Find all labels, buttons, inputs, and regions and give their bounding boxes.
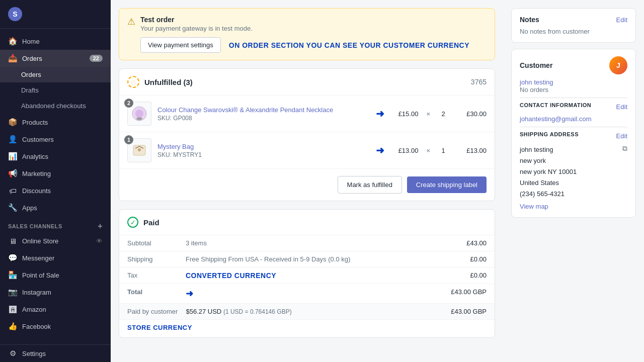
price-arrow-1: ➜ (376, 108, 384, 120)
sidebar-item-abandoned-sub[interactable]: Abandoned checkouts (0, 98, 111, 114)
sidebar-item-discounts-label: Discounts (22, 187, 51, 195)
line-item-1: 2 Colour Change Swarovski® & Alexandrite… (119, 96, 495, 132)
view-map-link[interactable]: View map (520, 203, 627, 210)
sidebar-item-instagram[interactable]: 📷 Instagram (0, 284, 111, 301)
subtotal-desc: 3 items (178, 239, 451, 247)
sidebar-item-orders-sub[interactable]: Orders (0, 67, 111, 82)
notes-title: Notes (520, 16, 539, 24)
facebook-icon: 👍 (8, 322, 17, 331)
test-order-banner: ⚠ Test order Your payment gateway is in … (119, 8, 495, 60)
content-area: ⚠ Test order Your payment gateway is in … (111, 0, 644, 362)
item-2-unit-price: £13.00 (390, 147, 418, 154)
paid-title: Paid (143, 218, 159, 227)
item-1-name[interactable]: Colour Change Swarovski® & Alexandrite P… (157, 106, 370, 114)
svg-point-4 (138, 148, 141, 151)
customer-card: Customer J john testing No orders CONTAC… (511, 49, 636, 218)
sidebar-item-orders-label: Orders (22, 55, 42, 62)
sidebar-item-pos[interactable]: 🏪 Point of Sale (0, 266, 111, 284)
sidebar-settings-label: Settings (22, 350, 46, 357)
eye-icon[interactable]: 👁 (96, 237, 103, 245)
marketing-icon: 📢 (8, 169, 17, 178)
subtotal-label: Subtotal (127, 239, 178, 247)
sidebar-item-products[interactable]: 📦 Products (0, 114, 111, 131)
sidebar-item-analytics[interactable]: 📊 Analytics (0, 148, 111, 165)
sidebar-item-marketing[interactable]: 📢 Marketing (0, 165, 111, 182)
sidebar-channel-pos-label: Point of Sale (22, 272, 59, 279)
item-2-multiplier: × (426, 147, 430, 154)
item-2-img-wrap: 1 (127, 138, 151, 162)
sidebar-item-settings[interactable]: ⚙ Settings (0, 344, 111, 362)
sidebar-item-discounts[interactable]: 🏷 Discounts (0, 182, 111, 199)
mark-fulfilled-button[interactable]: Mark as fulfilled (338, 176, 402, 194)
item-2-qty-badge: 1 (124, 135, 133, 144)
sidebar-item-drafts-sub[interactable]: Drafts (0, 82, 111, 98)
item-2-details: Mystery Bag SKU: MYSTRY1 (157, 143, 370, 158)
shipping-address-row: john testing new york new york NY 10001 … (520, 144, 627, 200)
sidebar-item-apps-label: Apps (22, 204, 37, 212)
total-arrow: ➜ (186, 288, 193, 299)
item-1-sku: SKU: GP008 (157, 115, 370, 122)
products-icon: 📦 (8, 118, 17, 127)
customer-title: Customer (520, 61, 552, 69)
instagram-icon: 📷 (8, 288, 17, 297)
paid-by-row: Paid by customer $56.27 USD (1 USD = 0.7… (119, 304, 495, 320)
contact-edit-button[interactable]: Edit (616, 103, 627, 111)
sidebar-item-customers-label: Customers (22, 136, 54, 143)
pos-icon: 🏪 (8, 270, 17, 280)
shipping-label: Shipping (127, 255, 178, 263)
sidebar-item-orders[interactable]: 📥 Orders 22 (0, 50, 111, 67)
summary-total: Total ➜ £43.00 GBP (119, 284, 495, 304)
messenger-icon: 💬 (8, 253, 17, 262)
warning-icon: ⚠ (127, 16, 135, 27)
address-line2: new york NY 10001 (520, 166, 577, 177)
summary-shipping: Shipping Free Shipping From USA - Receiv… (119, 251, 495, 267)
sidebar-item-customers[interactable]: 👤 Customers (0, 131, 111, 148)
sidebar-channel-amazon-label: Amazon (22, 306, 46, 313)
customer-email[interactable]: johantesting@gmail.com (520, 115, 627, 123)
sidebar-item-amazon[interactable]: 🅰 Amazon (0, 301, 111, 318)
shipping-edit-button[interactable]: Edit (616, 132, 627, 140)
test-order-desc: Your payment gateway is in test mode. (140, 25, 487, 32)
paid-by-label: Paid by customer (127, 308, 178, 315)
sidebar-item-facebook[interactable]: 👍 Facebook (0, 318, 111, 335)
shipping-address-title: SHIPPING ADDRESS (520, 131, 579, 137)
notes-edit-button[interactable]: Edit (616, 16, 627, 24)
tax-label: Tax (127, 272, 178, 279)
price-arrow-2: ➜ (376, 144, 384, 156)
analytics-icon: 📊 (8, 152, 17, 161)
paid-by-desc: $56.27 USD (1 USD = 0.764146 GBP) (178, 308, 451, 315)
notes-content: No notes from customer (520, 28, 627, 35)
sidebar-item-home[interactable]: 🏠 Home (0, 33, 111, 50)
sidebar-item-marketing-label: Marketing (22, 170, 51, 177)
create-shipping-label-button[interactable]: Create shipping label (407, 176, 487, 193)
shipping-amount: £0.00 (451, 255, 487, 263)
item-1-price-section: £15.00 × 2 £30.00 (390, 110, 487, 118)
address-name: john testing (520, 144, 577, 155)
shipping-desc: Free Shipping From USA - Received in 5-9… (178, 255, 451, 263)
view-payment-settings-button[interactable]: View payment settings (140, 37, 221, 53)
unfulfilled-title: Unfulfilled (3) (144, 78, 193, 86)
sidebar-item-analytics-label: Analytics (22, 153, 48, 160)
sidebar-item-messenger[interactable]: 💬 Messenger (0, 249, 111, 266)
line-item-2: 1 Mystery Bag SKU: MYSTRY1 (119, 132, 495, 169)
sidebar-channel-online-label: Online Store (22, 237, 58, 245)
customers-icon: 👤 (8, 135, 17, 144)
shipping-address-text: john testing new york new york NY 10001 … (520, 144, 577, 200)
customer-name-link[interactable]: john testing (520, 78, 627, 86)
copy-address-button[interactable]: ⧉ (622, 144, 627, 153)
sidebar-item-apps[interactable]: 🔧 Apps (0, 199, 111, 216)
orders-badge: 22 (90, 55, 103, 62)
item-1-unit-price: £15.00 (390, 110, 418, 118)
home-icon: 🏠 (8, 37, 17, 46)
add-channel-button[interactable]: + (98, 222, 103, 230)
orders-icon: 📥 (8, 54, 17, 63)
unfulfilled-status-icon: ◌ (127, 76, 139, 88)
sidebar: S 🏠 Home 📥 Orders 22 Orders Drafts Aband… (0, 0, 111, 362)
tax-desc: CONVERTED CURRENCY (178, 272, 451, 280)
item-2-name[interactable]: Mystery Bag (157, 143, 370, 150)
customer-avatar: J (609, 56, 627, 74)
sidebar-item-online-store[interactable]: 🖥 Online Store 👁 (0, 232, 111, 249)
apps-icon: 🔧 (8, 203, 17, 212)
total-label: Total (127, 288, 178, 296)
sidebar-item-products-label: Products (22, 119, 48, 126)
